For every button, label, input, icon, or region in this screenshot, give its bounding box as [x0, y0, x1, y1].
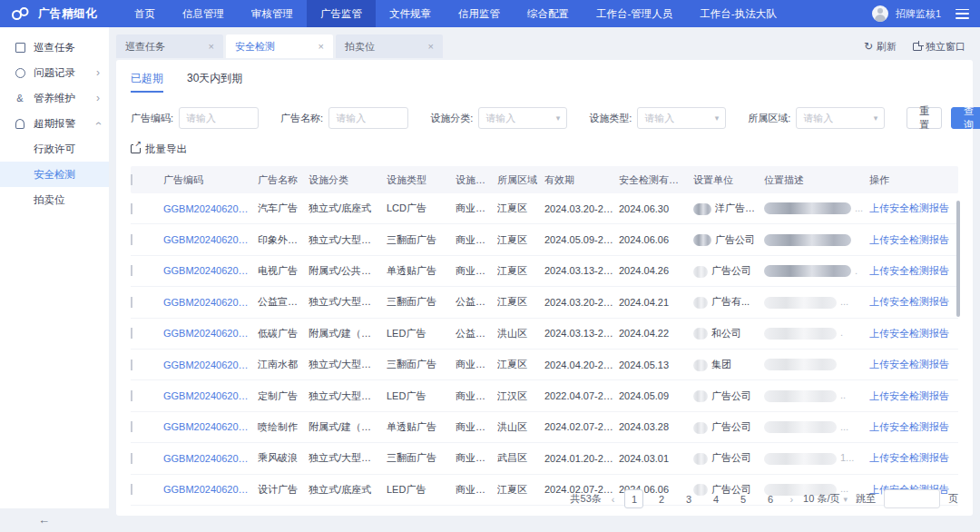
row-checkbox[interactable] — [131, 234, 132, 245]
upload-report-link[interactable]: 上传安全检测报告 — [869, 389, 958, 403]
tab-0[interactable]: 巡查任务 — [116, 34, 223, 58]
tab-close-icon[interactable] — [318, 41, 324, 52]
sidebar-item-3[interactable]: 超期报警 — [0, 111, 109, 136]
back-arrow-icon[interactable] — [38, 513, 50, 527]
filter-input-4[interactable]: 请输入 — [796, 107, 885, 129]
filter-input-0[interactable]: 请输入 — [179, 107, 259, 129]
nav-item-1[interactable]: 信息管理 — [169, 0, 238, 27]
nav-item-8[interactable]: 工作台-执法大队 — [686, 0, 789, 27]
upload-report-link[interactable]: 上传安全检测报告 — [869, 202, 958, 215]
col-district: 所属区域 — [497, 173, 544, 187]
cell-code[interactable]: GGBM202406200015 — [163, 234, 258, 245]
table-scrollbar[interactable] — [956, 201, 960, 317]
filter-input-3[interactable]: 请输入 — [637, 107, 726, 129]
nav-right: 招牌监核1 — [872, 5, 969, 22]
row-checkbox[interactable] — [131, 421, 132, 432]
reset-button[interactable]: 重置 — [906, 107, 942, 129]
row-checkbox[interactable] — [131, 265, 132, 276]
brand-logo-icon — [11, 6, 31, 21]
cell-facility-type: 三翻面广告 — [387, 451, 456, 465]
cell-location-description: .. — [764, 389, 869, 402]
refresh-button[interactable]: 刷新 — [864, 40, 897, 54]
redacted-blob — [693, 234, 711, 246]
tab-1[interactable]: 安全检测 — [226, 34, 333, 58]
page-button-5[interactable]: 6 — [760, 489, 779, 508]
tab-close-icon[interactable] — [209, 41, 214, 52]
row-checkbox[interactable] — [131, 203, 132, 214]
batch-export-button[interactable]: 批量导出 — [131, 143, 187, 156]
sidebar-item-2[interactable]: 管养维护 — [0, 85, 109, 111]
query-button[interactable]: 查询 — [951, 107, 980, 129]
nav-item-3[interactable]: 广告监管 — [307, 0, 376, 27]
cell-name: 印象外滩... — [258, 233, 309, 247]
cell-code[interactable]: GGBM202406200009 — [163, 328, 258, 339]
nav-item-6[interactable]: 综合配置 — [514, 0, 583, 27]
row-checkbox[interactable] — [131, 484, 132, 495]
cell-unit: 广告公司 — [693, 264, 764, 278]
menu-list-icon[interactable] — [956, 9, 969, 19]
nav-item-7[interactable]: 工作台-管理人员 — [583, 0, 686, 27]
cell-code[interactable]: GGBM202406200004 — [163, 453, 258, 464]
sidebar-item-5[interactable]: 安全检测 — [0, 162, 109, 187]
chevron-down-icon — [556, 113, 561, 123]
select-all-checkbox[interactable] — [131, 174, 132, 185]
filter-placeholder: 请输入 — [336, 112, 366, 125]
row-checkbox[interactable] — [131, 390, 132, 401]
cell-validity: 2024.03.13-202... — [544, 328, 619, 339]
cell-unit: 集团 — [693, 358, 764, 371]
cell-code[interactable]: GGBM202406200006 — [163, 421, 258, 432]
tab-close-icon[interactable] — [428, 41, 434, 52]
cell-code[interactable]: GGBM202406200012 — [163, 297, 258, 308]
sidebar-item-6[interactable]: 拍卖位 — [0, 187, 109, 212]
nav-item-0[interactable]: 首页 — [121, 0, 169, 27]
tab-2[interactable]: 拍卖位 — [336, 34, 443, 58]
cell-code[interactable]: GGBM202406200003 — [163, 484, 258, 495]
row-checkbox[interactable] — [131, 297, 132, 308]
page-button-1[interactable]: 2 — [652, 489, 671, 508]
upload-report-link[interactable]: 上传安全检测报告 — [869, 358, 958, 371]
cell-code[interactable]: GGBM202406200008 — [163, 360, 258, 370]
upload-report-link[interactable]: 上传安全检测报告 — [869, 451, 958, 465]
sidebar-item-1[interactable]: 问题记录 — [0, 60, 109, 85]
redacted-blob — [764, 421, 837, 433]
cell-nature: 商业广告 — [456, 451, 497, 465]
nav-item-2[interactable]: 审核管理 — [238, 0, 307, 27]
page-button-3[interactable]: 4 — [706, 489, 725, 508]
row-checkbox[interactable] — [131, 360, 132, 370]
cell-safety-until: 2024.03.01 — [619, 453, 693, 464]
window-icon — [913, 43, 922, 51]
upload-report-link[interactable]: 上传安全检测报告 — [869, 295, 958, 309]
user-avatar[interactable] — [872, 5, 888, 22]
nav-item-4[interactable]: 文件规章 — [376, 0, 445, 27]
page-size-select[interactable]: 10 条/页 — [803, 492, 848, 506]
next-page-icon[interactable] — [788, 494, 795, 505]
redacted-blob — [764, 202, 851, 214]
cell-code[interactable]: GGBM202406200016 — [163, 203, 258, 214]
page-button-2[interactable]: 3 — [679, 489, 698, 508]
subtab-1[interactable]: 30天内到期 — [187, 71, 242, 93]
jump-page-input[interactable] — [884, 489, 940, 508]
prev-page-icon[interactable] — [610, 494, 617, 505]
cell-name: 江南水都 — [258, 358, 309, 371]
sidebar-item-0[interactable]: 巡查任务 — [0, 34, 109, 60]
sidebar-item-4[interactable]: 行政许可 — [0, 136, 109, 162]
sidebar-item-label: 拍卖位 — [34, 193, 65, 207]
upload-report-link[interactable]: 上传安全检测报告 — [869, 327, 958, 340]
nav-item-5[interactable]: 信用监管 — [445, 0, 514, 27]
row-checkbox[interactable] — [131, 453, 132, 464]
page-button-4[interactable]: 5 — [733, 489, 752, 508]
subtab-0[interactable]: 已超期 — [131, 71, 163, 93]
filter-input-1[interactable]: 请输入 — [328, 107, 408, 129]
upload-report-link[interactable]: 上传安全检测报告 — [869, 420, 958, 434]
main-menu: 首页 信息管理 审核管理 广告监管 文件规章 信用 — [121, 0, 790, 27]
upload-report-link[interactable]: 上传安全检测报告 — [869, 264, 958, 278]
independent-window-button[interactable]: 独立窗口 — [913, 40, 965, 54]
jump-label: 跳至 — [856, 492, 876, 506]
page-button-0[interactable]: 1 — [624, 489, 643, 508]
upload-report-link[interactable]: 上传安全检测报告 — [869, 233, 958, 247]
row-checkbox[interactable] — [131, 328, 132, 339]
filter-input-2[interactable]: 请输入 — [478, 107, 567, 129]
cell-code[interactable]: GGBM202406200007 — [163, 390, 258, 401]
cell-code[interactable]: GGBM202406200013 — [163, 265, 258, 276]
cell-nature: 公益广告 — [456, 327, 497, 340]
